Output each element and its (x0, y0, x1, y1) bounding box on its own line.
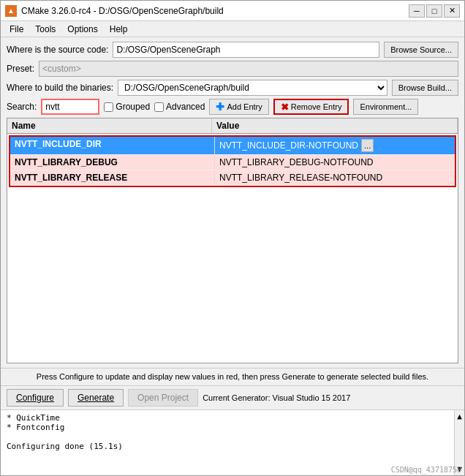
app-icon: ▲ (5, 5, 17, 17)
grouped-label: Grouped (116, 102, 150, 112)
search-label: Search: (7, 102, 37, 112)
row1-dots-button[interactable]: ... (361, 139, 374, 152)
row1-name: NVTT_INCLUDE_DIR (10, 137, 215, 154)
build-label: Where to build the binaries: (7, 83, 113, 93)
preset-input[interactable] (39, 61, 458, 77)
menu-help[interactable]: Help (104, 23, 134, 35)
title-bar: ▲ CMake 3.26.0-rc4 - D:/OSG/OpenSceneGra… (1, 1, 464, 21)
build-select[interactable]: D:/OSG/OpenSceneGraph/build (118, 80, 388, 96)
log-line-3 (7, 432, 458, 442)
bottom-controls: Configure Generate Open Project Current … (1, 385, 464, 409)
log-line-2: * Fontconfig (7, 423, 458, 432)
table-row[interactable]: NVTT_INCLUDE_DIR NVTT_INCLUDE_DIR-NOTFOU… (10, 137, 455, 155)
add-entry-label: Add Entry (227, 102, 262, 111)
open-project-button: Open Project (128, 389, 198, 407)
source-label: Where is the source code: (7, 45, 108, 55)
remove-entry-label: Remove Entry (291, 102, 342, 111)
search-input[interactable] (41, 99, 99, 115)
table-row[interactable]: NVTT_LIBRARY_RELEASE NVTT_LIBRARY_RELEAS… (10, 170, 455, 186)
scroll-up-icon[interactable]: ▲ (457, 412, 462, 421)
advanced-checkbox[interactable] (154, 102, 164, 112)
menu-bar: File Tools Options Help (1, 21, 464, 37)
grouped-checkbox[interactable] (104, 102, 113, 112)
table-header: Name Value (7, 118, 458, 134)
menu-tools[interactable]: Tools (29, 23, 61, 35)
add-entry-button[interactable]: ✚ Add Entry (209, 99, 268, 115)
build-row: Where to build the binaries: D:/OSG/Open… (7, 80, 458, 96)
cmake-table: Name Value NVTT_INCLUDE_DIR NVTT_INCLUDE… (7, 118, 458, 363)
close-button[interactable]: ✕ (444, 4, 460, 18)
source-row: Where is the source code: Browse Source.… (7, 42, 458, 58)
advanced-label: Advanced (166, 102, 205, 112)
status-bar: Press Configure to update and display ne… (1, 368, 464, 385)
minimize-button[interactable]: ─ (409, 4, 425, 18)
row3-value: NVTT_LIBRARY_RELEASE-NOTFOUND (215, 170, 455, 185)
value-header: Value (212, 118, 458, 133)
generator-label: Current Generator: Visual Studio 15 2017 (203, 393, 350, 402)
browse-build-button[interactable]: Browse Build... (392, 80, 458, 96)
window-controls: ─ □ ✕ (409, 4, 460, 18)
table-row[interactable]: NVTT_LIBRARY_DEBUG NVTT_LIBRARY_DEBUG-NO… (10, 155, 455, 170)
row2-name: NVTT_LIBRARY_DEBUG (10, 155, 215, 170)
preset-row: Preset: (7, 61, 458, 77)
watermark: CSDN@qq_43718758 (391, 466, 461, 474)
remove-entry-button[interactable]: ✖ Remove Entry (273, 99, 349, 115)
log-line-1: * QuickTime (7, 413, 458, 423)
row2-value: NVTT_LIBRARY_DEBUG-NOTFOUND (215, 155, 455, 170)
menu-options[interactable]: Options (61, 23, 103, 35)
preset-label: Preset: (7, 64, 34, 74)
browse-source-button[interactable]: Browse Source... (384, 42, 458, 58)
row1-value-cell: NVTT_INCLUDE_DIR-NOTFOUND ... (215, 137, 455, 154)
configure-button[interactable]: Configure (7, 389, 64, 407)
content-area: Where is the source code: Browse Source.… (1, 37, 464, 368)
log-area[interactable]: * QuickTime * Fontconfig Configuring don… (1, 409, 464, 475)
environment-button[interactable]: Environment... (353, 99, 418, 115)
x-icon: ✖ (281, 102, 289, 113)
row1-value: NVTT_INCLUDE_DIR-NOTFOUND (219, 140, 358, 151)
maximize-button[interactable]: □ (426, 4, 442, 18)
search-row: Search: Grouped Advanced ✚ Add Entry ✖ R… (7, 99, 458, 115)
window-title: CMake 3.26.0-rc4 - D:/OSG/OpenSceneGraph… (21, 6, 409, 16)
error-rows-container: NVTT_INCLUDE_DIR NVTT_INCLUDE_DIR-NOTFOU… (9, 135, 456, 187)
main-window: ▲ CMake 3.26.0-rc4 - D:/OSG/OpenSceneGra… (0, 0, 465, 476)
generate-button[interactable]: Generate (68, 389, 124, 407)
source-input[interactable] (113, 42, 379, 58)
name-header: Name (7, 118, 212, 133)
menu-file[interactable]: File (4, 23, 29, 35)
plus-icon: ✚ (216, 101, 224, 113)
advanced-checkbox-label[interactable]: Advanced (154, 102, 205, 112)
grouped-checkbox-label[interactable]: Grouped (104, 102, 150, 112)
log-line-4: Configuring done (15.1s) (7, 442, 458, 451)
row3-name: NVTT_LIBRARY_RELEASE (10, 170, 215, 185)
